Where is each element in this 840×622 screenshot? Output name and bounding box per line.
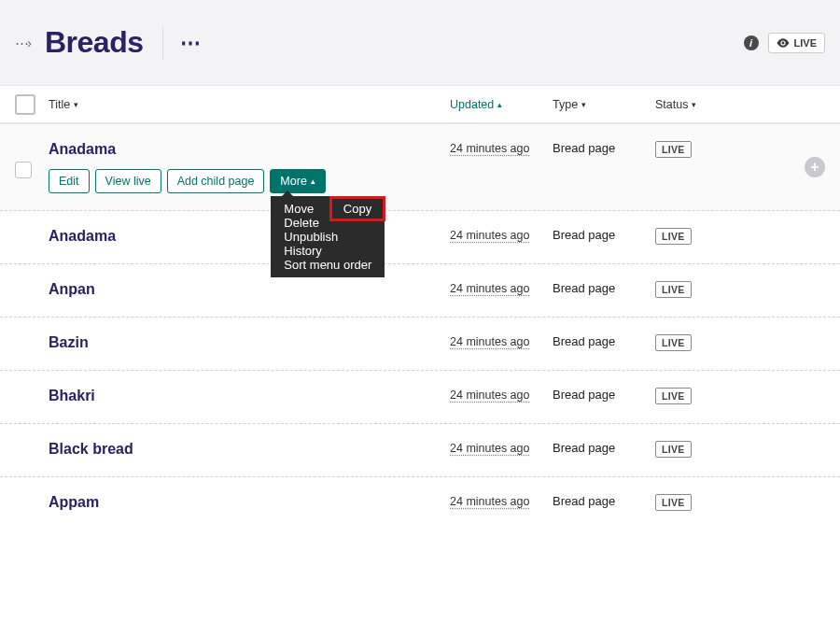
header-right: i LIVE xyxy=(744,33,825,53)
eye-icon xyxy=(777,38,790,48)
column-type[interactable]: Type ▾ xyxy=(553,98,655,111)
more-button[interactable]: More ▴ Move Copy Delete Unpublish Histor… xyxy=(270,169,325,193)
row-updated: 24 minutes ago xyxy=(450,335,529,348)
row-title-link[interactable]: Appam xyxy=(49,494,99,510)
row-type: Bread page xyxy=(553,334,615,348)
add-child-icon[interactable]: + xyxy=(805,157,825,177)
column-title[interactable]: Title ▾ xyxy=(49,98,450,111)
table-row: Anadama 24 minutes ago Bread page LIVE xyxy=(0,211,840,264)
dropdown-copy[interactable]: Copy xyxy=(330,197,385,220)
row-title-link[interactable]: Black bread xyxy=(49,441,133,457)
table-row: Appam 24 minutes ago Bread page LIVE xyxy=(0,477,840,530)
table-body: Anadama Edit View live Add child page Mo… xyxy=(0,123,840,530)
chevron-down-icon: ▾ xyxy=(581,100,586,109)
row-updated: 24 minutes ago xyxy=(450,389,529,402)
table-row: Anpan 24 minutes ago Bread page LIVE xyxy=(0,264,840,318)
chevron-up-icon: ▴ xyxy=(497,100,502,109)
status-badge: LIVE xyxy=(655,141,692,158)
row-updated: 24 minutes ago xyxy=(450,142,529,155)
page-title: Breads xyxy=(45,25,144,60)
info-icon[interactable]: i xyxy=(744,35,759,50)
select-all-checkbox[interactable] xyxy=(15,94,35,115)
page-actions-icon[interactable]: ⋯ xyxy=(180,33,201,53)
row-title-link[interactable]: Anadama xyxy=(49,228,116,244)
add-child-button[interactable]: Add child page xyxy=(167,169,265,193)
status-badge: LIVE xyxy=(655,388,692,404)
row-title-link[interactable]: Bazin xyxy=(49,334,89,350)
row-updated: 24 minutes ago xyxy=(450,229,529,242)
live-label: LIVE xyxy=(794,37,817,49)
column-type-label: Type xyxy=(553,98,578,111)
edit-button[interactable]: Edit xyxy=(49,169,90,193)
column-status[interactable]: Status ▾ xyxy=(655,98,749,111)
chevron-down-icon: ▾ xyxy=(692,100,696,109)
column-status-label: Status xyxy=(655,98,688,111)
row-type: Bread page xyxy=(553,141,615,155)
row-title-link[interactable]: Bhakri xyxy=(49,388,95,403)
row-type: Bread page xyxy=(553,388,615,402)
back-icon[interactable]: ⋯› xyxy=(15,35,30,51)
header-left: ⋯› Breads ⋯ xyxy=(15,25,201,60)
row-checkbox[interactable] xyxy=(15,162,32,178)
table-row: Black bread 24 minutes ago Bread page LI… xyxy=(0,424,840,477)
table-row: Bhakri 24 minutes ago Bread page LIVE xyxy=(0,371,840,424)
row-type: Bread page xyxy=(553,441,615,455)
row-updated: 24 minutes ago xyxy=(450,282,529,295)
title-divider xyxy=(162,26,163,60)
column-headers: Title ▾ Updated ▴ Type ▾ Status ▾ xyxy=(0,86,840,123)
status-badge: LIVE xyxy=(655,334,692,351)
status-badge: LIVE xyxy=(655,228,692,245)
status-badge: LIVE xyxy=(655,494,692,511)
page-header: ⋯› Breads ⋯ i LIVE xyxy=(0,0,840,86)
column-updated-label: Updated xyxy=(450,98,494,111)
status-badge: LIVE xyxy=(655,441,692,458)
row-actions: Edit View live Add child page More ▴ Mov… xyxy=(49,169,450,193)
status-badge: LIVE xyxy=(655,281,692,298)
row-type: Bread page xyxy=(553,281,615,295)
row-title-link[interactable]: Anpan xyxy=(49,281,95,297)
row-type: Bread page xyxy=(553,494,615,508)
row-updated: 24 minutes ago xyxy=(450,495,529,508)
table-row: Anadama Edit View live Add child page Mo… xyxy=(0,123,840,211)
column-updated[interactable]: Updated ▴ xyxy=(450,98,553,111)
column-title-label: Title xyxy=(49,98,70,111)
row-title-link[interactable]: Anadama xyxy=(49,141,116,157)
row-updated: 24 minutes ago xyxy=(450,442,529,455)
dropdown-sort[interactable]: Sort menu order xyxy=(271,253,385,276)
row-type: Bread page xyxy=(553,228,615,242)
chevron-down-icon: ▾ xyxy=(74,100,78,109)
chevron-up-icon: ▴ xyxy=(311,177,315,186)
more-dropdown: Move Copy Delete Unpublish History Sort … xyxy=(271,196,385,277)
table-row: Bazin 24 minutes ago Bread page LIVE xyxy=(0,318,840,371)
view-live-button[interactable]: View live xyxy=(95,169,161,193)
view-live-button[interactable]: LIVE xyxy=(768,33,825,53)
more-label: More xyxy=(280,175,306,188)
